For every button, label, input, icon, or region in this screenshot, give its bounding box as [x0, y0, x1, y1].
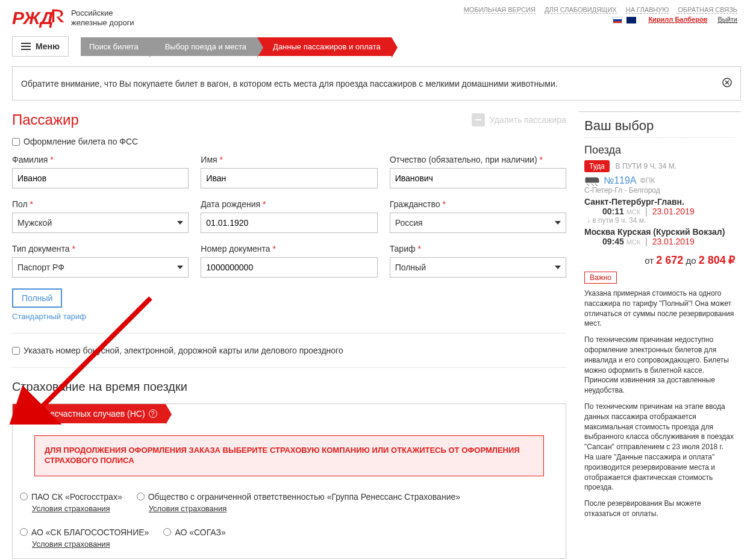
label-tariff: Тариф *: [390, 244, 566, 254]
chevron-down-icon: [555, 221, 561, 225]
link-home[interactable]: НА ГЛАВНУЮ: [626, 6, 669, 14]
bonus-label: Указать номер бонусной, электронной, дор…: [23, 346, 343, 355]
sidebar-subtitle: Поезда: [584, 144, 735, 157]
bc-step-search[interactable]: Поиск билета: [81, 37, 149, 56]
fss-label: Оформление билета по ФСС: [23, 137, 138, 146]
ins-radio-renaissance[interactable]: [137, 493, 145, 500]
insurance-ribbon-label: От несчастных случаев (НС): [33, 409, 145, 418]
chevron-down-icon: [177, 266, 183, 269]
travel-time-top: В ПУТИ 9 Ч. 34 М.: [616, 162, 677, 170]
chevron-down-icon: [555, 266, 561, 269]
arrival-station: Москва Курская (Курский Вокзал): [584, 227, 735, 237]
insurance-ribbon[interactable]: От несчастных случаев (НС) ?: [13, 404, 166, 423]
label-name: Имя *: [201, 155, 377, 164]
doc-type-select[interactable]: Паспорт РФ: [12, 257, 189, 278]
ins-conditions-link[interactable]: Условия страхования: [137, 504, 460, 513]
flag-en-icon[interactable]: [626, 17, 636, 23]
surname-input[interactable]: [12, 168, 189, 188]
label-doc-number: Номер документа *: [201, 244, 377, 254]
label-citizenship: Гражданство *: [390, 199, 566, 209]
breadcrumb: Поиск билета Выбор поезда и места Данные…: [81, 37, 392, 56]
important-badge: Важно: [584, 272, 617, 284]
ins-radio-rosgosstrakh[interactable]: [20, 493, 28, 500]
top-links: МОБИЛЬНАЯ ВЕРСИЯ ДЛЯ СЛАБОВИДЯЩИХ НА ГЛА…: [460, 6, 741, 23]
sidebar-notices: Указана примерная стоимость на одного па…: [584, 288, 735, 519]
bc-step-train[interactable]: Выбор поезда и места: [149, 37, 257, 56]
departure-time: 00:11: [602, 207, 624, 216]
chevron-down-icon: [177, 221, 183, 225]
arrival-time: 09:45: [602, 237, 624, 246]
insurance-accident-checkbox[interactable]: [21, 410, 29, 418]
rzd-logo: РЖД: [12, 6, 65, 30]
menu-button[interactable]: Меню: [12, 36, 69, 57]
page-title: Пассажир: [12, 111, 79, 128]
logout-link[interactable]: Выйти: [717, 16, 737, 23]
tariff-select[interactable]: Полный: [390, 257, 566, 278]
train-number[interactable]: №119А: [604, 175, 637, 186]
arrival-date: 23.01.2019: [652, 237, 695, 246]
svg-text:РЖД: РЖД: [12, 8, 53, 28]
user-name-link[interactable]: Кирилл Балберов: [648, 16, 707, 23]
name-input[interactable]: [201, 168, 377, 188]
company-name: Российские железные дороги: [71, 8, 134, 27]
departure-date: 23.01.2019: [652, 207, 695, 216]
train-company: ФПК: [640, 176, 655, 185]
insurance-box: От несчастных случаев (НС) ? ДЛЯ ПРОДОЛЖ…: [12, 403, 566, 559]
gender-select[interactable]: Мужской: [12, 213, 189, 233]
route-summary: С-Петер-Гл - Белгород: [584, 186, 735, 194]
travel-duration: в пути 9 ч. 34 м.: [592, 216, 646, 225]
tariff-chip[interactable]: Полный: [12, 288, 62, 308]
link-mobile[interactable]: МОБИЛЬНАЯ ВЕРСИЯ: [464, 6, 536, 14]
ins-radio-sogaz[interactable]: [163, 528, 171, 536]
doc-number-input[interactable]: [201, 257, 377, 278]
insurance-title: Страхование на время поездки: [12, 380, 566, 394]
ins-label: Общество с ограниченной ответственностью…: [148, 492, 460, 502]
link-accessibility[interactable]: ДЛЯ СЛАБОВИДЯЩИХ: [545, 6, 617, 14]
tariff-note: Стандартный тариф: [12, 312, 86, 321]
label-dob: Дата рождения *: [201, 199, 377, 209]
delete-passenger-button[interactable]: Удалить пассажира: [472, 113, 566, 126]
ins-radio-blagosostoyanie[interactable]: [20, 528, 28, 536]
ins-label: АО «СОГАЗ»: [175, 527, 225, 537]
train-icon: [584, 175, 600, 186]
label-surname: Фамилия *: [12, 155, 189, 164]
notice-bar: Обратите внимание, что Вы покупаете биле…: [12, 66, 741, 101]
label-gender: Пол *: [12, 199, 189, 209]
menu-label: Меню: [36, 42, 60, 51]
ins-label: ПАО СК «Росгосстрах»: [31, 492, 122, 502]
notice-text: Обратите внимание, что Вы покупаете биле…: [21, 79, 558, 89]
departure-station: Санкт-Петербург-Главн.: [584, 197, 735, 207]
citizenship-select[interactable]: Россия: [390, 213, 566, 233]
direction-badge: Туда: [584, 160, 610, 172]
label-doc-type: Тип документа *: [12, 244, 189, 254]
sidebar-title: Ваш выбор: [584, 118, 735, 138]
ins-conditions-link[interactable]: Условия страхования: [20, 504, 122, 513]
notice-close-icon[interactable]: [722, 78, 732, 89]
burger-icon: [21, 43, 31, 50]
ins-conditions-link[interactable]: Условия страхования: [20, 540, 149, 549]
label-patronymic: Отчество (обязательно, при наличии) *: [390, 155, 566, 164]
fss-checkbox[interactable]: [12, 138, 20, 146]
insurance-warning: ДЛЯ ПРОДОЛЖЕНИЯ ОФОРМЛЕНИЯ ЗАКАЗА ВЫБЕРИ…: [34, 435, 544, 476]
dob-input[interactable]: [201, 213, 377, 233]
link-feedback[interactable]: ОБРАТНАЯ СВЯЗЬ: [678, 6, 737, 14]
bc-step-passengers[interactable]: Данные пассажиров и оплата: [257, 37, 392, 56]
flag-ru-icon[interactable]: [613, 17, 622, 23]
patronymic-input[interactable]: [390, 168, 566, 188]
ins-label: АО «СК БЛАГОСОСТОЯНИЕ»: [31, 527, 149, 537]
minus-icon: [472, 113, 485, 126]
help-icon[interactable]: ?: [149, 409, 157, 418]
price-range: от 2 672 до 2 804 ₽: [584, 254, 735, 267]
bonus-checkbox[interactable]: [12, 347, 20, 355]
